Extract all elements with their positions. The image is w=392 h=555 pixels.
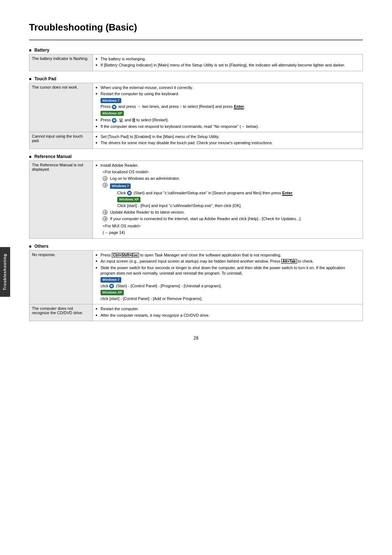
list-item: If the computer does not respond to keyb…: [95, 124, 360, 129]
list-item: ② Windows 7 Click ⊞ (Start) and input "c…: [103, 182, 360, 208]
windows7-badge-3: Windows 7: [101, 277, 121, 283]
ctrl-shift-esc-key: Ctrl+Shift+Esc: [112, 253, 139, 258]
windows-icon-4: ⊞: [109, 284, 114, 288]
circle-4: ④: [103, 216, 107, 221]
list-item: If [Battery Charging Indicator] in [Main…: [95, 62, 360, 68]
list-item: Restart the computer.: [95, 306, 360, 312]
windowsxp-badge: Windows XP: [101, 111, 124, 116]
list-item: When using the external mouse, connect i…: [95, 85, 360, 90]
windowsxp-badge-2: Windows XP: [117, 197, 140, 202]
side-tab: Troubleshooting: [0, 247, 10, 297]
list-item: Install Adobe Reader.: [95, 163, 360, 168]
for-mui-note: <For MUI OS model>: [95, 223, 360, 229]
title-divider: [29, 40, 363, 40]
table-row: The computer does not recognize the CD/D…: [29, 304, 363, 321]
circle-1: ①: [103, 176, 107, 181]
windows-icon-2: ⊞: [112, 118, 117, 123]
circle-3: ③: [103, 210, 107, 215]
others-table: No response. Press Ctrl+Shift+Esc to ope…: [29, 250, 363, 321]
solution-cell: Set [Touch Pad] to [Enabled] in the [Mai…: [93, 132, 363, 149]
solution-cell: Install Adobe Reader. <For localized OS …: [93, 161, 363, 238]
windows7-badge-2: Windows 7: [110, 183, 131, 189]
list-item: ④If your computer is connected to the in…: [103, 216, 360, 222]
list-item: The battery is recharging.: [95, 56, 360, 62]
battery-table: The battery indicator is flashing. The b…: [29, 54, 363, 71]
table-row: The Reference Manual is not displayed. I…: [29, 161, 363, 238]
problem-cell: The cursor does not work.: [29, 83, 93, 132]
problem-cell: The battery indicator is flashing.: [29, 54, 93, 71]
touchpad-table: The cursor does not work. When using the…: [29, 83, 363, 149]
problem-cell: No response.: [29, 250, 93, 304]
list-item: ①Log on to Windows as an administrator.: [103, 176, 360, 181]
list-item: After the computer restarts, it may reco…: [95, 313, 360, 318]
table-row: No response. Press Ctrl+Shift+Esc to ope…: [29, 250, 363, 304]
reference-section-header: Reference Manual: [29, 154, 363, 159]
page-title: Troubleshooting (Basic): [29, 22, 363, 33]
for-localized-note: <For localized OS model>: [95, 169, 360, 175]
list-item: An input screen (e.g., password input sc…: [95, 259, 360, 264]
page-ref: (→ page 14): [95, 230, 360, 236]
reference-table: The Reference Manual is not displayed. I…: [29, 161, 363, 239]
problem-cell: The computer does not recognize the CD/D…: [29, 304, 93, 321]
table-row: The cursor does not work. When using the…: [29, 83, 363, 132]
windowsxp-badge-3: Windows XP: [101, 290, 124, 295]
windows-icon-3: ⊞: [127, 191, 132, 195]
alt-tab-key: Alt+Tab: [281, 259, 297, 264]
windows7-badge: Windows 7: [101, 98, 121, 104]
circle-2: ②: [103, 183, 107, 187]
page-number: 28: [29, 336, 363, 341]
table-row: The battery indicator is flashing. The b…: [29, 54, 363, 71]
list-item: Slide the power switch for four seconds …: [95, 265, 360, 302]
page-container: Troubleshooting Troubleshooting (Basic) …: [0, 0, 392, 370]
list-item: Set [Touch Pad] to [Enabled] in the [Mai…: [95, 134, 360, 139]
list-item: Restart the computer by using the keyboa…: [95, 91, 360, 117]
battery-section-header: Battery: [29, 48, 363, 53]
solution-cell: The battery is recharging. If [Battery C…: [93, 54, 363, 71]
list-item: ③Update Adobe Reader to its latest versi…: [103, 210, 360, 215]
list-item: Press Ctrl+Shift+Esc to open Task Manage…: [95, 252, 360, 258]
problem-cell: Cannot input using the touch pad.: [29, 132, 93, 149]
others-section-header: Others: [29, 244, 363, 249]
table-row: Cannot input using the touch pad. Set [T…: [29, 132, 363, 149]
touchpad-section-header: Touch Pad: [29, 76, 363, 81]
solution-cell: Press Ctrl+Shift+Esc to open Task Manage…: [93, 250, 363, 304]
problem-cell: The Reference Manual is not displayed.: [29, 161, 93, 238]
windows-icon: ⊞: [112, 105, 117, 109]
list-item: Press ⊞, U, and R to select [Restart].: [95, 117, 360, 123]
solution-cell: When using the external mouse, connect i…: [93, 83, 363, 132]
win7-instructions: Click ⊞ (Start) and input "c:\util\reade…: [110, 190, 360, 208]
solution-cell: Restart the computer. After the computer…: [93, 304, 363, 321]
list-item: The drivers for some mice may disable th…: [95, 140, 360, 146]
